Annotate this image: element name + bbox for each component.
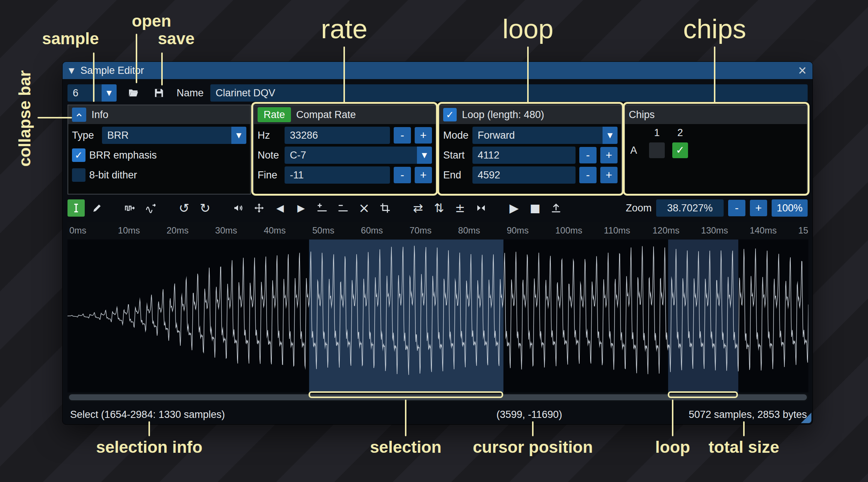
chevron-up-icon — [75, 110, 84, 119]
loop-start-input[interactable]: 4112 — [472, 147, 576, 164]
create-wavetable-button[interactable] — [547, 199, 565, 217]
chips-grid: 1 2 A ✓ — [628, 125, 804, 160]
zoom-cluster: Zoom 38.7027% - + 100% — [626, 199, 808, 217]
sample-toolbar-row: 6 ▼ Name Clarinet DQV — [67, 84, 808, 102]
invert-button[interactable]: ⇅ — [430, 199, 448, 217]
note-dropdown[interactable]: C-7 ▼ — [285, 147, 432, 164]
annotation-collapse-bar-label: collapse bar — [15, 70, 34, 167]
loop-end-input[interactable]: 4592 — [472, 166, 576, 184]
type-label: Type — [72, 130, 98, 141]
select-mode-button[interactable] — [67, 199, 85, 217]
annotation-rate-label: rate — [321, 13, 367, 44]
cursor-position-text: (3599, -11690) — [496, 409, 562, 420]
window-collapse-icon[interactable]: ▼ — [69, 67, 74, 74]
info-section: Info Type BRR ▼ ✓ BRR emphasis 8-bit dit… — [67, 105, 251, 195]
check-icon: ✓ — [75, 150, 83, 160]
apply-silence-icon — [337, 202, 349, 214]
draw-mode-button[interactable] — [88, 199, 106, 217]
zoom-value-input[interactable]: 38.7027% — [656, 199, 724, 217]
sample-selector-value: 6 — [67, 84, 102, 102]
fine-decrease-button[interactable]: - — [394, 167, 411, 183]
upload-icon — [550, 202, 562, 214]
apply-filter-button[interactable] — [472, 199, 490, 217]
annotation-open-label: open — [132, 12, 171, 30]
timeline-label: 50ms — [312, 225, 334, 236]
collapse-bar-button[interactable] — [72, 108, 86, 122]
loop-section: ✓ Loop (length: 480) Mode Forward ▼ Star… — [439, 105, 622, 195]
chevron-down-icon: ▼ — [102, 84, 117, 102]
timeline-ruler[interactable]: 0ms10ms20ms30ms40ms50ms60ms70ms80ms90ms1… — [67, 222, 808, 239]
floppy-icon — [153, 87, 165, 99]
i-beam-icon — [70, 202, 82, 214]
brr-emphasis-checkbox[interactable]: ✓ — [72, 148, 85, 162]
delete-icon: × — [358, 201, 370, 215]
waveform-display[interactable] — [67, 240, 808, 392]
undo-button[interactable]: ↺ — [175, 199, 193, 217]
type-dropdown[interactable]: BRR ▼ — [102, 127, 246, 144]
delete-button[interactable]: × — [355, 199, 373, 217]
hz-label: Hz — [258, 130, 281, 141]
stop-preview-button[interactable]: ■ — [526, 199, 544, 217]
loop-start-label: Start — [443, 150, 469, 161]
info-title: Info — [91, 109, 108, 121]
hz-decrease-button[interactable]: - — [394, 127, 411, 144]
trim-button[interactable] — [376, 199, 394, 217]
reverse-icon: ⇄ — [413, 202, 423, 214]
apply-silence-button[interactable] — [334, 199, 352, 217]
chips-header-bar: Chips — [625, 105, 807, 124]
fine-label: Fine — [258, 169, 281, 181]
fine-increase-button[interactable]: + — [415, 167, 432, 183]
insert-silence-button[interactable] — [313, 199, 331, 217]
sign-exchange-button[interactable]: ± — [451, 199, 469, 217]
chip-1-checkbox[interactable] — [649, 142, 665, 158]
chevron-down-icon: ▼ — [417, 147, 432, 164]
name-label: Name — [177, 87, 204, 99]
amplify-button[interactable] — [229, 199, 247, 217]
timeline-label: 10ms — [118, 225, 140, 236]
fade-out-icon: ▶ — [297, 203, 305, 213]
annotation-loop-bottom-label: loop — [655, 438, 690, 457]
zoom-reset-button[interactable]: 100% — [772, 199, 808, 217]
window-resize-grip[interactable] — [801, 413, 811, 423]
save-button[interactable] — [150, 84, 168, 102]
rate-mode-button[interactable]: Rate — [258, 107, 291, 122]
rate-title: Compat Rate — [296, 109, 356, 121]
fade-in-button[interactable]: ◀ — [271, 199, 289, 217]
titlebar[interactable]: ▼ Sample Editor × — [63, 62, 813, 79]
waveform-scrollbar[interactable] — [67, 393, 808, 401]
redo-button[interactable]: ↻ — [196, 199, 214, 217]
loop-start-decrease-button[interactable]: - — [579, 147, 597, 163]
chip-2-checkbox[interactable]: ✓ — [672, 142, 688, 158]
dither-checkbox[interactable] — [72, 168, 85, 182]
preview-button[interactable]: ▶ — [505, 199, 523, 217]
name-input[interactable]: Clarinet DQV — [210, 84, 808, 102]
loop-mode-dropdown[interactable]: Forward ▼ — [472, 127, 618, 144]
close-icon[interactable]: × — [798, 63, 807, 78]
resize-button[interactable] — [121, 199, 139, 217]
loop-start-increase-button[interactable]: + — [600, 147, 618, 163]
hz-input[interactable]: 33286 — [285, 127, 390, 144]
insert-silence-icon — [316, 202, 328, 214]
stop-icon: ■ — [530, 202, 540, 214]
timeline-label: 140ms — [750, 225, 777, 236]
normalize-button[interactable] — [250, 199, 268, 217]
window-title: Sample Editor — [80, 65, 144, 76]
loop-end-increase-button[interactable]: + — [600, 167, 618, 183]
loop-end-label: End — [443, 169, 469, 181]
zoom-in-button[interactable]: + — [750, 200, 767, 216]
resample-button[interactable] — [142, 199, 160, 217]
scrollbar-handle[interactable] — [69, 394, 807, 400]
zoom-out-button[interactable]: - — [728, 200, 745, 216]
loop-end-decrease-button[interactable]: - — [579, 167, 597, 183]
sample-selector[interactable]: 6 ▼ — [67, 84, 117, 102]
hz-increase-button[interactable]: + — [415, 127, 432, 144]
brr-emphasis-label: BRR emphasis — [89, 150, 157, 161]
filter-icon — [475, 202, 487, 214]
fade-out-button[interactable]: ▶ — [292, 199, 310, 217]
reverse-button[interactable]: ⇄ — [409, 199, 427, 217]
open-button[interactable] — [125, 84, 142, 102]
timeline-label: 80ms — [458, 225, 480, 236]
arrows-all-icon — [253, 202, 265, 214]
fine-input[interactable]: -11 — [285, 166, 390, 184]
loop-enable-checkbox[interactable]: ✓ — [443, 108, 457, 121]
